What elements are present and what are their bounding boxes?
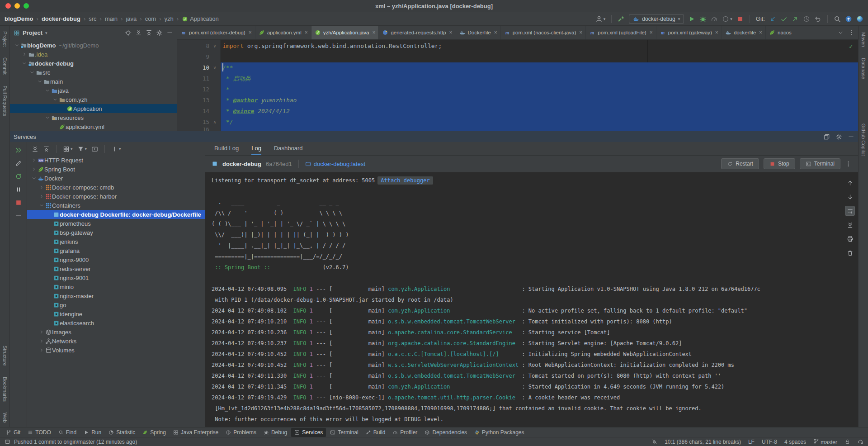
toolwindow-button-terminal[interactable]: Terminal xyxy=(327,428,361,437)
select-opened-file-button[interactable] xyxy=(125,29,132,36)
tree-row[interactable]: nginx-master xyxy=(27,291,205,300)
hide-project-panel-button[interactable] xyxy=(166,29,173,36)
git-rollback-button[interactable] xyxy=(814,15,821,23)
tree-row[interactable]: Networks xyxy=(27,337,205,346)
log-tab-dashboard[interactable]: Dashboard xyxy=(274,142,303,155)
toolwindow-button-services[interactable]: Services xyxy=(291,428,326,437)
editor-tab[interactable]: application.yml× xyxy=(255,26,311,40)
encoding-widget[interactable]: UTF-8 xyxy=(762,439,777,445)
chevron-right-icon[interactable] xyxy=(38,339,45,343)
restart-button[interactable]: Restart xyxy=(721,158,759,169)
toolwindow-button-java-enterprise[interactable]: Java Enterprise xyxy=(170,428,222,437)
fold-marker-icon[interactable]: ∨ xyxy=(209,41,220,52)
clear-console-button[interactable] xyxy=(845,248,855,258)
tree-row[interactable]: java xyxy=(10,86,177,95)
tree-row[interactable]: Images xyxy=(27,327,205,337)
tab-options-button[interactable] xyxy=(848,29,854,36)
code-editor[interactable]: 8∨910∨1112131415∧16 import org.springfra… xyxy=(177,40,858,131)
fold-marker-icon[interactable]: ∧ xyxy=(209,117,220,128)
close-tab-icon[interactable]: × xyxy=(305,29,308,36)
tree-row[interactable]: docker-debug xyxy=(10,59,177,68)
tree-row[interactable]: Docker-compose: harbor xyxy=(27,192,205,201)
tree-row[interactable]: .idea xyxy=(10,50,177,59)
chevron-down-icon[interactable] xyxy=(13,43,20,47)
fold-marker-icon[interactable]: ∨ xyxy=(209,62,220,73)
toolwindow-button-problems[interactable]: Problems xyxy=(222,428,259,437)
tree-row[interactable]: redis-server xyxy=(27,264,205,273)
profile-button[interactable] xyxy=(711,15,718,23)
stripe-item-database[interactable]: Database xyxy=(861,56,866,81)
log-tab-build-log[interactable]: Build Log xyxy=(214,142,239,155)
git-history-button[interactable] xyxy=(803,15,810,23)
edit-configuration-button[interactable] xyxy=(15,160,22,167)
stripe-item-project[interactable]: Project xyxy=(2,29,8,48)
chevron-right-icon[interactable] xyxy=(38,185,45,190)
editor-tab[interactable]: dockerfile× xyxy=(722,26,766,40)
stripe-item-web[interactable]: Web xyxy=(2,411,8,424)
tree-row[interactable]: nginx-9001 xyxy=(27,273,205,282)
breadcrumb-item[interactable]: docker-debug xyxy=(42,15,80,22)
close-window-button[interactable] xyxy=(5,3,11,9)
cloud-settings-icon[interactable] xyxy=(858,439,863,445)
run-button[interactable] xyxy=(688,15,695,23)
code-with-me-button[interactable] xyxy=(845,15,852,23)
ide-settings-sphere-button[interactable] xyxy=(856,15,863,23)
chevron-down-icon[interactable] xyxy=(51,97,59,102)
tree-row[interactable]: Docker xyxy=(27,174,205,183)
expand-all-button[interactable] xyxy=(135,29,142,36)
svc-collapse-all-button[interactable] xyxy=(43,146,50,152)
stripe-item-github-copilot[interactable]: GitHub Copilot xyxy=(861,122,866,158)
toolwindow-button-debug[interactable]: Debug xyxy=(260,428,290,437)
editor-tab[interactable]: mpom.xml (nacos-client-java)× xyxy=(501,26,586,40)
tree-row[interactable]: src xyxy=(10,68,177,77)
chevron-down-icon[interactable] xyxy=(43,88,51,93)
breadcrumb-item[interactable]: src xyxy=(89,15,96,22)
chevron-right-icon[interactable] xyxy=(38,194,45,199)
editor-tab[interactable]: yzh/Application.java× xyxy=(311,26,379,40)
toolwindow-button-find[interactable]: Find xyxy=(55,428,80,437)
editor-tab[interactable]: mpom.xml (gateway)× xyxy=(656,26,722,40)
debug-button[interactable] xyxy=(699,15,707,23)
deploy-button[interactable] xyxy=(15,147,22,154)
breadcrumb-item[interactable]: java xyxy=(126,15,137,22)
tree-row[interactable]: elasticsearch xyxy=(27,318,205,327)
tree-row[interactable]: jenkins xyxy=(27,237,205,246)
toolwindow-button-git[interactable]: Git xyxy=(3,428,24,437)
close-tab-icon[interactable]: × xyxy=(449,29,453,36)
add-service-button[interactable]: ▾ xyxy=(111,146,121,152)
tree-row[interactable]: com.yzh xyxy=(10,95,177,104)
chevron-down-icon[interactable] xyxy=(20,61,28,66)
scroll-to-end-button[interactable] xyxy=(845,220,855,230)
filter-button[interactable]: ▾ xyxy=(77,146,87,152)
git-branch-widget[interactable]: master xyxy=(813,438,837,446)
editor-tab[interactable]: mpom.xml (uploadFile)× xyxy=(586,26,656,40)
chevron-right-icon[interactable] xyxy=(30,167,38,171)
chevron-down-icon[interactable] xyxy=(43,115,51,120)
print-button[interactable] xyxy=(845,234,855,244)
minimize-window-button[interactable] xyxy=(14,3,20,9)
notifications-muted-icon[interactable] xyxy=(651,439,657,445)
stripe-item-commit[interactable]: Commit xyxy=(2,56,8,76)
search-everywhere-button[interactable] xyxy=(834,15,841,23)
refresh-button[interactable] xyxy=(15,173,22,180)
stop-container-button[interactable] xyxy=(15,199,22,206)
scroll-up-button[interactable] xyxy=(845,178,855,188)
close-tab-icon[interactable]: × xyxy=(372,29,375,36)
tree-row[interactable]: grafana xyxy=(27,246,205,255)
add-service-view-button[interactable] xyxy=(91,146,98,152)
toolwindow-button-statistic[interactable]: Statistic xyxy=(105,428,138,437)
breadcrumb-item[interactable]: com xyxy=(145,15,156,22)
toolwindow-button-todo[interactable]: TODO xyxy=(24,428,54,437)
close-tab-icon[interactable]: × xyxy=(759,29,762,36)
editor-tab[interactable]: nacos xyxy=(766,26,795,40)
container-image-link[interactable]: docker-debug:latest xyxy=(305,161,365,167)
tree-row[interactable]: Containers xyxy=(27,201,205,210)
chevron-right-icon[interactable] xyxy=(30,158,38,162)
git-commit-button[interactable] xyxy=(780,15,788,23)
git-update-button[interactable] xyxy=(769,15,776,23)
tree-row[interactable]: resources xyxy=(10,113,177,122)
breadcrumb-item[interactable]: main xyxy=(105,15,118,22)
float-mode-button[interactable] xyxy=(818,133,830,140)
collapse-all-button[interactable] xyxy=(146,29,152,36)
svc-expand-all-button[interactable] xyxy=(32,146,38,152)
